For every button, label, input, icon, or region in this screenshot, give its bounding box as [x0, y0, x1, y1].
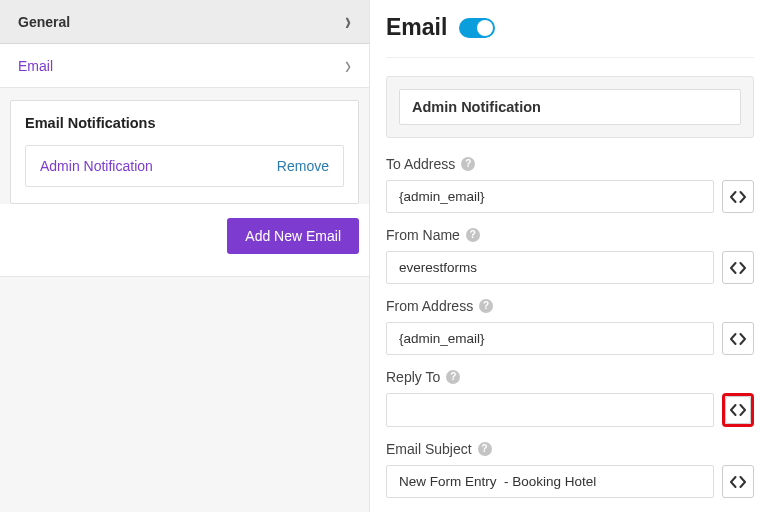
email-subject-input[interactable] [386, 465, 714, 498]
email-notifications-title: Email Notifications [25, 115, 344, 131]
email-enabled-toggle[interactable] [459, 18, 495, 38]
from-address-input[interactable] [386, 322, 714, 355]
field-label: Email Subject [386, 441, 472, 457]
tab-general[interactable]: General › [0, 0, 369, 44]
sidebar-empty [0, 277, 369, 512]
smart-tag-button[interactable] [722, 180, 754, 213]
field-to-address: To Address ? [386, 156, 754, 213]
chevron-right-icon: › [345, 9, 351, 34]
smart-tag-button[interactable] [722, 465, 754, 498]
field-label: Reply To [386, 369, 440, 385]
tab-general-label: General [18, 14, 70, 30]
notification-item[interactable]: Admin Notification Remove [25, 145, 344, 187]
add-new-email-button[interactable]: Add New Email [227, 218, 359, 254]
field-label: From Name [386, 227, 460, 243]
field-label: To Address [386, 156, 455, 172]
notification-name-input[interactable] [399, 89, 741, 125]
tab-email-label: Email [18, 58, 53, 74]
highlight-annotation [722, 393, 754, 427]
remove-notification-link[interactable]: Remove [277, 158, 329, 174]
email-notifications-card: Email Notifications Admin Notification R… [10, 100, 359, 204]
reply-to-input[interactable] [386, 393, 714, 427]
add-email-row: Add New Email [0, 204, 369, 277]
main-header: Email [386, 14, 754, 58]
field-from-address: From Address ? [386, 298, 754, 355]
main-panel: Email To Address ? From Name ? [370, 0, 770, 512]
field-reply-to: Reply To ? [386, 369, 754, 427]
smart-tag-button[interactable] [722, 251, 754, 284]
help-icon[interactable]: ? [466, 228, 480, 242]
field-label: From Address [386, 298, 473, 314]
chevron-right-icon: › [345, 53, 351, 78]
help-icon[interactable]: ? [478, 442, 492, 456]
to-address-input[interactable] [386, 180, 714, 213]
smart-tag-button[interactable] [722, 322, 754, 355]
tab-email[interactable]: Email › [0, 44, 369, 88]
settings-sidebar: General › Email › Email Notifications Ad… [0, 0, 370, 512]
notification-item-name: Admin Notification [40, 158, 153, 174]
notification-name-bar [386, 76, 754, 138]
page-title: Email [386, 14, 447, 41]
help-icon[interactable]: ? [461, 157, 475, 171]
help-icon[interactable]: ? [446, 370, 460, 384]
smart-tag-button[interactable] [725, 396, 751, 424]
help-icon[interactable]: ? [479, 299, 493, 313]
field-from-name: From Name ? [386, 227, 754, 284]
field-email-subject: Email Subject ? [386, 441, 754, 498]
from-name-input[interactable] [386, 251, 714, 284]
